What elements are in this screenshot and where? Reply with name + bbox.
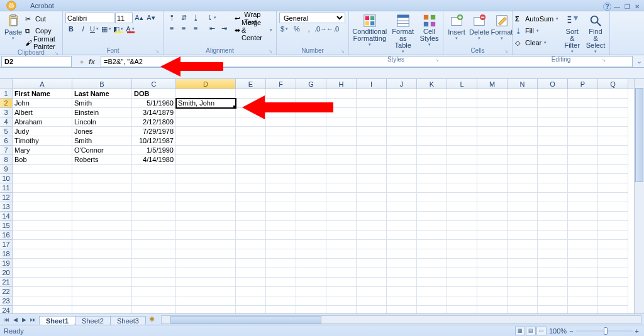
cell[interactable]: 2/12/1809 [132,117,176,127]
cell[interactable] [598,202,628,212]
fill-button[interactable]: ⭳Fill▾ [515,25,560,36]
merge-center-button[interactable]: ⬌Merge & Center▾ [235,24,274,36]
cell[interactable] [13,165,72,174]
cell[interactable] [477,127,508,136]
cell[interactable] [417,89,447,99]
cancel-formula-icon[interactable]: ● [77,58,87,65]
cell[interactable] [508,136,538,146]
delete-cells-button[interactable]: Delete▾ [469,13,490,42]
cell[interactable] [568,230,598,240]
cell[interactable] [132,287,176,296]
cell[interactable] [296,127,326,136]
cell[interactable] [236,268,266,278]
row-header[interactable]: 1 [0,89,13,99]
cell[interactable] [72,221,132,230]
cell[interactable] [357,183,387,193]
cell[interactable] [417,108,447,117]
cell[interactable] [176,259,236,268]
cell[interactable] [477,259,508,268]
cell[interactable]: John [13,99,72,108]
cell[interactable] [176,136,236,146]
cell[interactable] [417,287,447,296]
cell[interactable] [176,268,236,278]
close-icon[interactable]: ✕ [633,3,641,11]
cell[interactable] [598,249,628,259]
row-header[interactable]: 4 [0,117,13,127]
italic-button[interactable]: I [77,24,89,34]
cell[interactable] [477,287,508,296]
zoom-out-icon[interactable]: − [569,327,573,335]
row-header[interactable]: 12 [0,193,13,202]
cell[interactable] [13,193,72,202]
cell[interactable] [508,278,538,287]
sheet-nav-last-icon[interactable]: ⏭ [29,317,36,323]
paste-button[interactable]: Paste▾ [3,13,24,42]
row-header[interactable]: 15 [0,221,13,230]
cell[interactable] [508,268,538,278]
cell[interactable] [387,89,417,99]
sheet-tab[interactable]: Sheet2 [75,316,111,325]
cell[interactable] [357,155,387,165]
cell[interactable] [598,146,628,155]
cell[interactable] [236,202,266,212]
row-header[interactable]: 5 [0,127,13,136]
cell[interactable] [357,136,387,146]
cell[interactable] [387,108,417,117]
cell[interactable] [447,221,477,230]
cell[interactable] [387,174,417,183]
cell[interactable] [568,174,598,183]
cell[interactable] [508,89,538,99]
cell[interactable] [598,221,628,230]
row-header[interactable]: 11 [0,183,13,193]
cell[interactable] [72,212,132,221]
cell[interactable] [13,183,72,193]
cell[interactable] [417,240,447,249]
cell[interactable] [447,165,477,174]
cell[interactable] [417,230,447,240]
cell[interactable]: 1/5/1990 [132,146,176,155]
sheet-nav-next-icon[interactable]: ▶ [20,317,28,323]
cell[interactable] [326,287,357,296]
grow-font-button[interactable]: A▴ [133,13,145,23]
cell[interactable] [417,183,447,193]
cell[interactable] [176,155,236,165]
cell[interactable]: 4/14/1980 [132,155,176,165]
cell[interactable] [447,127,477,136]
sheet-nav-prev-icon[interactable]: ◀ [11,317,19,323]
cell[interactable] [598,259,628,268]
cell[interactable] [72,193,132,202]
cell[interactable]: DOB [132,89,176,99]
cell[interactable] [598,240,628,249]
cell[interactable] [568,287,598,296]
cell[interactable] [538,212,568,221]
cell[interactable] [72,278,132,287]
cell[interactable] [447,174,477,183]
cell[interactable] [508,174,538,183]
cell[interactable] [568,296,598,306]
cell[interactable] [176,127,236,136]
cell[interactable] [508,212,538,221]
cell[interactable] [326,146,357,155]
cell[interactable] [357,240,387,249]
cell[interactable] [132,193,176,202]
cell[interactable] [326,174,357,183]
cell[interactable] [477,193,508,202]
cell[interactable]: Mary [13,146,72,155]
cell[interactable] [538,193,568,202]
cell[interactable] [236,183,266,193]
cell[interactable] [477,183,508,193]
cell[interactable] [568,108,598,117]
cell[interactable] [417,268,447,278]
vertical-scrollbar[interactable] [634,79,644,313]
cell[interactable] [508,259,538,268]
cell[interactable] [598,193,628,202]
zoom-slider[interactable] [576,330,633,332]
cell[interactable] [538,296,568,306]
cell[interactable] [296,165,326,174]
cell[interactable] [266,165,296,174]
cell[interactable] [296,249,326,259]
cell[interactable] [598,268,628,278]
cell[interactable] [357,108,387,117]
cell[interactable] [417,174,447,183]
font-size-select[interactable] [115,13,133,23]
